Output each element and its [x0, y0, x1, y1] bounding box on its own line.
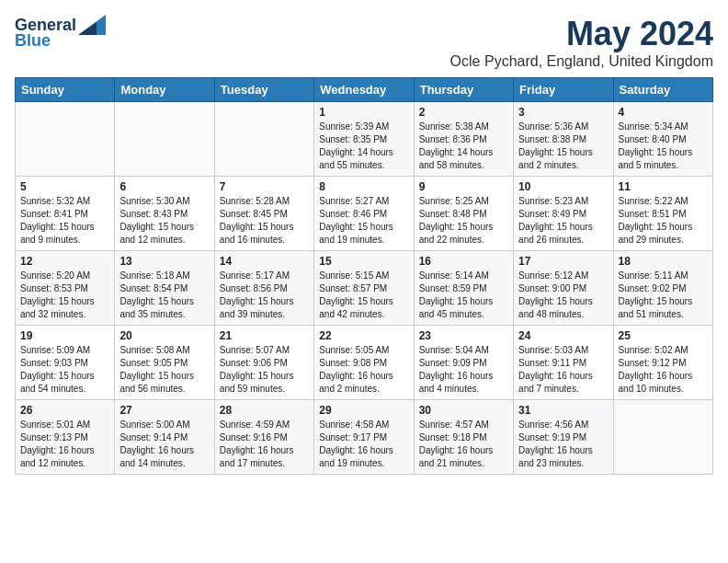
- day-info: Sunrise: 5:15 AM Sunset: 8:57 PM Dayligh…: [319, 270, 408, 321]
- calendar-week-2: 5Sunrise: 5:32 AM Sunset: 8:41 PM Daylig…: [16, 177, 713, 251]
- calendar-cell: [613, 400, 712, 475]
- day-number: 13: [119, 255, 209, 268]
- calendar-cell: 14Sunrise: 5:17 AM Sunset: 8:56 PM Dayli…: [214, 251, 313, 326]
- day-number: 28: [220, 404, 309, 417]
- calendar-cell: 3Sunrise: 5:36 AM Sunset: 8:38 PM Daylig…: [514, 102, 613, 177]
- calendar-cell: 24Sunrise: 5:03 AM Sunset: 9:11 PM Dayli…: [514, 326, 613, 400]
- day-info: Sunrise: 5:17 AM Sunset: 8:56 PM Dayligh…: [220, 270, 309, 321]
- calendar-cell: 11Sunrise: 5:22 AM Sunset: 8:51 PM Dayli…: [613, 177, 712, 251]
- day-number: 19: [20, 329, 109, 342]
- logo-icon: [78, 15, 106, 35]
- day-info: Sunrise: 5:04 AM Sunset: 9:09 PM Dayligh…: [419, 344, 508, 396]
- location-title: Ocle Pychard, England, United Kingdom: [450, 53, 713, 70]
- calendar-cell: 22Sunrise: 5:05 AM Sunset: 9:08 PM Dayli…: [314, 326, 414, 400]
- day-info: Sunrise: 5:27 AM Sunset: 8:46 PM Dayligh…: [319, 195, 408, 247]
- day-number: 6: [119, 180, 209, 193]
- logo: General Blue: [15, 15, 106, 51]
- day-number: 8: [319, 180, 408, 193]
- day-info: Sunrise: 5:39 AM Sunset: 8:35 PM Dayligh…: [319, 121, 408, 172]
- day-number: 17: [518, 255, 608, 268]
- calendar-cell: 26Sunrise: 5:01 AM Sunset: 9:13 PM Dayli…: [16, 400, 115, 475]
- day-number: 27: [119, 404, 209, 417]
- day-info: Sunrise: 5:02 AM Sunset: 9:12 PM Dayligh…: [619, 344, 708, 396]
- day-number: 9: [419, 180, 508, 193]
- logo-text-blue: Blue: [15, 31, 51, 51]
- day-number: 26: [20, 404, 109, 417]
- day-info: Sunrise: 5:36 AM Sunset: 8:38 PM Dayligh…: [518, 121, 608, 172]
- calendar-header-row: SundayMondayTuesdayWednesdayThursdayFrid…: [16, 78, 713, 102]
- calendar-cell: 1Sunrise: 5:39 AM Sunset: 8:35 PM Daylig…: [314, 102, 414, 177]
- day-number: 7: [220, 180, 309, 193]
- day-info: Sunrise: 5:38 AM Sunset: 8:36 PM Dayligh…: [419, 121, 508, 172]
- calendar-cell: 6Sunrise: 5:30 AM Sunset: 8:43 PM Daylig…: [115, 177, 214, 251]
- day-info: Sunrise: 4:57 AM Sunset: 9:18 PM Dayligh…: [419, 419, 508, 470]
- day-number: 12: [20, 255, 109, 268]
- day-number: 25: [619, 329, 708, 342]
- calendar-cell: [16, 102, 115, 177]
- header: General Blue May 2024 Ocle Pychard, Engl…: [15, 15, 713, 70]
- day-info: Sunrise: 4:56 AM Sunset: 9:19 PM Dayligh…: [518, 419, 608, 470]
- day-number: 10: [518, 180, 608, 193]
- day-info: Sunrise: 5:05 AM Sunset: 9:08 PM Dayligh…: [319, 344, 408, 396]
- day-number: 22: [319, 329, 408, 342]
- day-info: Sunrise: 5:14 AM Sunset: 8:59 PM Dayligh…: [419, 270, 508, 321]
- calendar-header-thursday: Thursday: [414, 78, 513, 102]
- calendar-cell: 23Sunrise: 5:04 AM Sunset: 9:09 PM Dayli…: [414, 326, 513, 400]
- calendar-cell: 13Sunrise: 5:18 AM Sunset: 8:54 PM Dayli…: [115, 251, 214, 326]
- day-number: 2: [419, 106, 508, 119]
- day-info: Sunrise: 5:30 AM Sunset: 8:43 PM Dayligh…: [119, 195, 209, 247]
- calendar-cell: 20Sunrise: 5:08 AM Sunset: 9:05 PM Dayli…: [115, 326, 214, 400]
- calendar-cell: 21Sunrise: 5:07 AM Sunset: 9:06 PM Dayli…: [214, 326, 313, 400]
- day-info: Sunrise: 5:34 AM Sunset: 8:40 PM Dayligh…: [619, 121, 708, 172]
- day-info: Sunrise: 5:28 AM Sunset: 8:45 PM Dayligh…: [220, 195, 309, 247]
- calendar-cell: 27Sunrise: 5:00 AM Sunset: 9:14 PM Dayli…: [115, 400, 214, 475]
- day-number: 15: [319, 255, 408, 268]
- calendar-cell: [115, 102, 214, 177]
- calendar-header-wednesday: Wednesday: [314, 78, 414, 102]
- day-info: Sunrise: 5:00 AM Sunset: 9:14 PM Dayligh…: [119, 419, 209, 470]
- calendar-cell: [214, 102, 313, 177]
- day-number: 14: [220, 255, 309, 268]
- calendar-cell: 18Sunrise: 5:11 AM Sunset: 9:02 PM Dayli…: [613, 251, 712, 326]
- day-number: 21: [220, 329, 309, 342]
- day-number: 4: [619, 106, 708, 119]
- calendar-cell: 9Sunrise: 5:25 AM Sunset: 8:48 PM Daylig…: [414, 177, 513, 251]
- calendar-header-monday: Monday: [115, 78, 214, 102]
- calendar-header-saturday: Saturday: [613, 78, 712, 102]
- calendar-week-5: 26Sunrise: 5:01 AM Sunset: 9:13 PM Dayli…: [16, 400, 713, 475]
- calendar-cell: 25Sunrise: 5:02 AM Sunset: 9:12 PM Dayli…: [613, 326, 712, 400]
- day-info: Sunrise: 5:01 AM Sunset: 9:13 PM Dayligh…: [20, 419, 109, 470]
- calendar-cell: 2Sunrise: 5:38 AM Sunset: 8:36 PM Daylig…: [414, 102, 513, 177]
- calendar-week-4: 19Sunrise: 5:09 AM Sunset: 9:03 PM Dayli…: [16, 326, 713, 400]
- day-info: Sunrise: 5:12 AM Sunset: 9:00 PM Dayligh…: [518, 270, 608, 321]
- day-info: Sunrise: 5:22 AM Sunset: 8:51 PM Dayligh…: [619, 195, 708, 247]
- calendar-cell: 17Sunrise: 5:12 AM Sunset: 9:00 PM Dayli…: [514, 251, 613, 326]
- day-number: 24: [518, 329, 608, 342]
- calendar-week-1: 1Sunrise: 5:39 AM Sunset: 8:35 PM Daylig…: [16, 102, 713, 177]
- calendar-cell: 15Sunrise: 5:15 AM Sunset: 8:57 PM Dayli…: [314, 251, 414, 326]
- calendar-cell: 29Sunrise: 4:58 AM Sunset: 9:17 PM Dayli…: [314, 400, 414, 475]
- day-info: Sunrise: 5:09 AM Sunset: 9:03 PM Dayligh…: [20, 344, 109, 396]
- day-number: 23: [419, 329, 508, 342]
- day-info: Sunrise: 5:07 AM Sunset: 9:06 PM Dayligh…: [220, 344, 309, 396]
- calendar-cell: 31Sunrise: 4:56 AM Sunset: 9:19 PM Dayli…: [514, 400, 613, 475]
- month-title: May 2024: [450, 15, 713, 53]
- calendar-cell: 12Sunrise: 5:20 AM Sunset: 8:53 PM Dayli…: [16, 251, 115, 326]
- day-info: Sunrise: 4:59 AM Sunset: 9:16 PM Dayligh…: [220, 419, 309, 470]
- day-info: Sunrise: 5:23 AM Sunset: 8:49 PM Dayligh…: [518, 195, 608, 247]
- day-number: 31: [518, 404, 608, 417]
- day-number: 11: [619, 180, 708, 193]
- calendar-cell: 16Sunrise: 5:14 AM Sunset: 8:59 PM Dayli…: [414, 251, 513, 326]
- day-info: Sunrise: 5:03 AM Sunset: 9:11 PM Dayligh…: [518, 344, 608, 396]
- calendar-cell: 28Sunrise: 4:59 AM Sunset: 9:16 PM Dayli…: [214, 400, 313, 475]
- day-info: Sunrise: 5:32 AM Sunset: 8:41 PM Dayligh…: [20, 195, 109, 247]
- title-area: May 2024 Ocle Pychard, England, United K…: [450, 15, 713, 70]
- day-number: 3: [518, 106, 608, 119]
- calendar-header-sunday: Sunday: [16, 78, 115, 102]
- calendar: SundayMondayTuesdayWednesdayThursdayFrid…: [15, 77, 713, 475]
- day-info: Sunrise: 4:58 AM Sunset: 9:17 PM Dayligh…: [319, 419, 408, 470]
- calendar-header-tuesday: Tuesday: [214, 78, 313, 102]
- day-info: Sunrise: 5:20 AM Sunset: 8:53 PM Dayligh…: [20, 270, 109, 321]
- day-number: 30: [419, 404, 508, 417]
- day-number: 5: [20, 180, 109, 193]
